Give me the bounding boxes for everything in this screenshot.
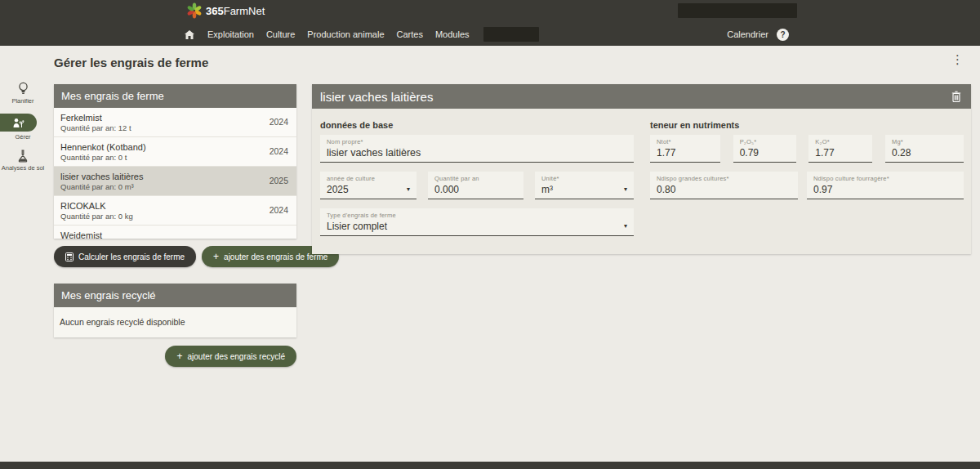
field-value: 0.79 bbox=[740, 147, 790, 159]
chevron-down-icon: ▾ bbox=[624, 186, 627, 193]
add-recycled-button-label: ajouter des engrais recyclé bbox=[187, 352, 285, 361]
lightbulb-icon bbox=[17, 82, 29, 96]
field-label: P₂O₅* bbox=[740, 138, 790, 145]
nav-item-culture[interactable]: Culture bbox=[266, 29, 295, 39]
unite-select[interactable]: Unité* m³ ▾ bbox=[535, 172, 634, 199]
gerer-active-pill bbox=[0, 114, 37, 132]
ndispo-grandes-cultures-field[interactable]: Ndispo grandes cultures* 0.80 bbox=[650, 172, 798, 199]
logo-pinwheel-icon bbox=[186, 2, 203, 19]
mg-field[interactable]: Mg* 0.28 bbox=[885, 135, 964, 163]
nav-item-production-animale[interactable]: Production animale bbox=[307, 29, 384, 39]
list-item-ricokalk[interactable]: RICOKALK Quantité par an: 0 kg 2024 bbox=[54, 196, 296, 226]
delete-trash-icon[interactable] bbox=[951, 91, 961, 102]
bottom-bar bbox=[0, 462, 980, 469]
recycled-title: Mes engrais recyclé bbox=[61, 289, 156, 302]
ndispo-culture-fourragere-field[interactable]: Ndispo culture fourragère* 0.97 bbox=[807, 172, 964, 199]
rail-item-planifier[interactable]: Planifier bbox=[0, 82, 46, 105]
p2o5-field[interactable]: P₂O₅* 0.79 bbox=[733, 135, 796, 163]
rail-item-analyses-de-sol[interactable]: Analyses de sol bbox=[0, 150, 46, 172]
item-quantity: Quantité par an: 0 kg bbox=[60, 212, 290, 221]
item-quantity: Quantité par an: 12 t bbox=[60, 123, 290, 132]
farm-fertilizers-header: Mes engrais de ferme bbox=[54, 84, 296, 108]
recycled-empty-text: Aucun engrais recyclé disponible bbox=[60, 317, 185, 327]
list-item-lisier-vaches-laitieres-selected[interactable]: lisier vaches laitières Quantité par an:… bbox=[54, 167, 296, 196]
rail-label-planifier: Planifier bbox=[11, 97, 33, 105]
nav-active-highlight[interactable] bbox=[483, 27, 539, 42]
item-year: 2024 bbox=[270, 205, 288, 215]
field-value: lisier vaches laitières bbox=[327, 147, 627, 159]
farm-buttons-row: Calculer les engrais de ferme + ajouter … bbox=[54, 246, 296, 267]
field-value: 1.77 bbox=[815, 147, 866, 159]
item-name: Hennenkot (Kotband) bbox=[60, 142, 290, 152]
detail-panel: lisier vaches laitières données de base … bbox=[312, 84, 971, 254]
list-item-ferkelmist[interactable]: Ferkelmist Quantité par an: 12 t 2024 bbox=[54, 108, 296, 137]
chevron-down-icon: ▾ bbox=[407, 186, 410, 193]
field-value: 1.77 bbox=[657, 147, 714, 159]
item-year: 2024 bbox=[270, 117, 288, 127]
field-value: 2025 bbox=[327, 184, 410, 195]
flask-icon bbox=[17, 150, 29, 163]
item-name: Weidemist bbox=[60, 230, 290, 239]
nav-item-modules[interactable]: Modules bbox=[435, 29, 470, 39]
detail-body: données de base teneur en nutriments Nom… bbox=[312, 109, 971, 254]
farm-fertilizers-title: Mes engrais de ferme bbox=[61, 90, 164, 102]
plus-icon: + bbox=[213, 252, 219, 261]
field-label: Nom propre* bbox=[327, 138, 627, 145]
field-label: Ndispo culture fourragère* bbox=[813, 175, 957, 182]
farm-fertilizers-panel: Mes engrais de ferme Ferkelmist Quantité… bbox=[54, 84, 296, 239]
k2o-field[interactable]: K₂O* 1.77 bbox=[808, 135, 872, 163]
list-item-partial[interactable]: Weidemist bbox=[54, 226, 296, 239]
calculate-farm-fertilizer-button[interactable]: Calculer les engrais de ferme bbox=[54, 246, 196, 267]
type-engrais-select[interactable]: Type d'engrais de ferme Lisier complet ▾ bbox=[320, 208, 634, 236]
field-label: Quantité par an bbox=[434, 175, 517, 182]
plus-icon: + bbox=[176, 351, 182, 361]
manage-plant-icon bbox=[12, 118, 25, 128]
item-year: 2025 bbox=[270, 176, 288, 185]
item-name: Ferkelmist bbox=[60, 113, 290, 123]
base-data-grid: Nom propre* lisier vaches laitières anné… bbox=[320, 135, 634, 245]
rail-item-gerer[interactable]: Gérer bbox=[0, 114, 46, 141]
field-label: Mg* bbox=[892, 138, 957, 145]
logo[interactable]: 365FarmNet bbox=[186, 2, 265, 19]
nav-item-cartes[interactable]: Cartes bbox=[397, 29, 423, 39]
item-year: 2024 bbox=[270, 146, 288, 156]
page-header: Gérer les engrais de ferme ⋮ bbox=[0, 46, 980, 84]
nav-item-calendrier[interactable]: Calendrier bbox=[727, 29, 768, 39]
left-rail: Planifier Gérer Analyses de sol bbox=[0, 82, 46, 181]
fertilizer-list[interactable]: Ferkelmist Quantité par an: 12 t 2024 He… bbox=[54, 108, 296, 239]
field-value: 0.000 bbox=[434, 184, 517, 195]
calculator-icon bbox=[65, 252, 74, 261]
nav-item-exploitation[interactable]: Exploitation bbox=[207, 29, 254, 39]
item-name: RICOKALK bbox=[60, 201, 290, 211]
field-label: année de culture bbox=[327, 175, 410, 182]
detail-title: lisier vaches laitières bbox=[320, 90, 433, 104]
list-item-hennenkot[interactable]: Hennenkot (Kotband) Quantité par an: 0 t… bbox=[54, 137, 296, 167]
nutrients-grid: Ntot* 1.77 P₂O₅* 0.79 K₂O* 1.77 Mg* 0.28 bbox=[650, 135, 964, 208]
item-quantity: Quantité par an: 0 t bbox=[60, 153, 290, 162]
topbar: 365FarmNet Exploitation Culture Producti… bbox=[0, 0, 980, 46]
kebab-menu-icon[interactable]: ⋮ bbox=[951, 53, 964, 65]
recycled-header: Mes engrais recyclé bbox=[54, 284, 296, 307]
field-label: K₂O* bbox=[815, 138, 866, 145]
nom-propre-field[interactable]: Nom propre* lisier vaches laitières bbox=[320, 135, 634, 163]
add-recycled-fertilizer-button[interactable]: + ajouter des engrais recyclé bbox=[165, 346, 296, 367]
item-quantity: Quantité par an: 0 m³ bbox=[60, 182, 290, 191]
recycled-fertilizers-panel: Mes engrais recyclé Aucun engrais recycl… bbox=[54, 284, 296, 337]
annee-de-culture-select[interactable]: année de culture 2025 ▾ bbox=[320, 172, 416, 199]
quantite-par-an-field[interactable]: Quantité par an 0.000 bbox=[428, 172, 523, 199]
search-input[interactable] bbox=[678, 3, 797, 18]
logo-text: 365FarmNet bbox=[206, 5, 265, 17]
detail-header: lisier vaches laitières bbox=[312, 84, 971, 109]
home-icon[interactable] bbox=[184, 29, 195, 40]
help-icon[interactable]: ? bbox=[777, 29, 789, 41]
recycled-buttons-row: + ajouter des engrais recyclé bbox=[54, 346, 296, 367]
field-value: m³ bbox=[541, 184, 627, 195]
calculate-button-label: Calculer les engrais de ferme bbox=[78, 252, 185, 261]
field-value: 0.28 bbox=[892, 147, 957, 159]
field-label: Ntot* bbox=[657, 138, 714, 145]
rail-label-gerer: Gérer bbox=[15, 133, 30, 141]
rail-label-analyses-de-sol: Analyses de sol bbox=[2, 164, 45, 172]
field-value: Lisier complet bbox=[327, 221, 627, 232]
section-label-teneur-en-nutriments: teneur en nutriments bbox=[650, 120, 739, 130]
ntot-field[interactable]: Ntot* 1.77 bbox=[650, 135, 720, 163]
